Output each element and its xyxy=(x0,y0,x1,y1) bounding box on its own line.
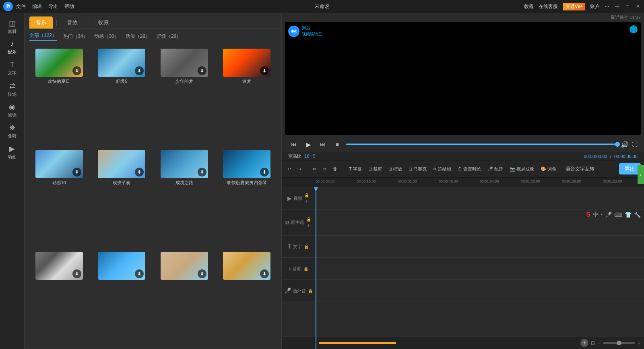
download-icon[interactable]: ⬇ xyxy=(135,168,144,177)
mask-button[interactable]: ⊟ 马赛克 xyxy=(406,164,429,174)
pen-button[interactable]: ✏ xyxy=(310,165,319,173)
maximize-button[interactable]: □ xyxy=(625,4,630,9)
account-link[interactable]: 账户 xyxy=(590,3,600,10)
sidebar-item-filter[interactable]: ◉ 滤镜 xyxy=(2,101,23,120)
track-lock-icon[interactable]: 🔒 xyxy=(308,288,313,294)
track-content-video[interactable] xyxy=(316,187,644,209)
add-track-button[interactable]: + xyxy=(580,339,588,347)
zoom-in-button[interactable]: + xyxy=(638,340,641,346)
right-arrow-tab[interactable]: › xyxy=(638,165,644,184)
list-item[interactable]: ⬇ 动感10 xyxy=(28,148,91,250)
track-lock-icon[interactable]: 🔒 xyxy=(303,244,309,249)
play-button[interactable]: ▶ xyxy=(303,139,314,150)
list-item[interactable]: ⬇ 欢快的夏日 xyxy=(28,47,91,148)
minimize-button[interactable]: — xyxy=(614,4,620,9)
support-link[interactable]: 在线客服 xyxy=(539,3,558,10)
tab-music[interactable]: 音乐 xyxy=(29,16,53,29)
filter-all[interactable]: 全部（122） xyxy=(29,32,57,41)
sogou-settings-icon[interactable]: 👕 xyxy=(625,211,632,218)
sidebar-item-media[interactable]: ◫ 素材 xyxy=(2,17,23,36)
tab-favorites[interactable]: 收藏 xyxy=(92,16,115,29)
cut-button[interactable]: ✂ xyxy=(320,165,329,173)
screenshot-button[interactable]: 📷 截屏成像 xyxy=(507,164,537,174)
filter-relaxed[interactable]: 舒缓（29） xyxy=(157,33,181,40)
track-content-pip[interactable]: S 中 • 🎤 ⌨ 👕 🔧 xyxy=(316,209,644,235)
horizontal-scrollbar[interactable] xyxy=(319,341,577,345)
more-icon[interactable]: ⋯ xyxy=(605,4,609,9)
track-content-text[interactable] xyxy=(316,236,644,257)
download-icon[interactable]: ⬇ xyxy=(198,269,206,278)
download-icon[interactable]: ⬇ xyxy=(72,269,81,278)
sidebar-item-animation[interactable]: ▶ 动画 xyxy=(2,142,23,162)
prev-frame-button[interactable]: ⏮ xyxy=(288,139,299,150)
list-item[interactable]: ⬇ xyxy=(28,250,91,345)
speech-button[interactable]: 语音文字互转 xyxy=(566,166,594,172)
close-button[interactable]: ✕ xyxy=(635,4,641,9)
tab-effects[interactable]: 音效 xyxy=(61,16,84,29)
stop-button[interactable]: ■ xyxy=(332,139,343,150)
sogou-icon2[interactable]: • xyxy=(601,212,603,218)
track-content-voiceover[interactable] xyxy=(316,280,644,302)
zoom-slider[interactable] xyxy=(603,342,635,344)
dub-button[interactable]: 🎤 配音 xyxy=(485,164,506,174)
download-icon[interactable]: ⬇ xyxy=(198,168,206,177)
sogou-keyboard-icon[interactable]: ⌨ xyxy=(614,211,622,218)
filter-hot[interactable]: 热门（34） xyxy=(63,33,88,40)
zoom-button[interactable]: ⊞ 缩放 xyxy=(386,164,405,174)
download-icon[interactable]: ⬇ xyxy=(260,269,269,278)
list-item[interactable]: ⬇ 追梦 xyxy=(216,47,279,148)
sogou-mic-icon[interactable]: 🎤 xyxy=(605,211,612,218)
fullscreen-button[interactable]: ⛶ xyxy=(632,141,638,148)
filter-dynamic[interactable]: 动感（30） xyxy=(94,33,119,40)
list-item[interactable]: ⬇ 成功之路 xyxy=(153,148,216,250)
duration-button[interactable]: ⏱ 设置时长 xyxy=(455,164,483,174)
menu-edit[interactable]: 编辑 xyxy=(32,3,42,10)
sidebar-item-transition[interactable]: ⇄ 转场 xyxy=(2,80,23,99)
download-icon[interactable]: ⬇ xyxy=(135,269,144,278)
undo-button[interactable]: ↩ xyxy=(285,165,293,173)
list-item[interactable]: ⬇ xyxy=(153,250,216,345)
list-item[interactable]: ⬇ 舒缓5 xyxy=(91,47,153,148)
download-icon[interactable]: ⬇ xyxy=(260,168,269,177)
menu-help[interactable]: 帮助 xyxy=(64,3,74,10)
download-icon[interactable]: ⬇ xyxy=(135,66,144,75)
freeze-button[interactable]: ❄ 冻结帧 xyxy=(431,164,454,174)
volume-button[interactable]: 🔊 xyxy=(621,141,629,148)
track-lock-icon[interactable]: 🔒 xyxy=(306,216,312,222)
menu-export[interactable]: 导出 xyxy=(48,3,58,10)
download-icon[interactable]: ⬇ xyxy=(72,168,81,177)
sidebar-item-music[interactable]: ♪ 配乐 xyxy=(2,38,23,57)
fit-button[interactable]: ⊟ xyxy=(591,340,595,346)
track-eye-icon[interactable]: 👁 xyxy=(306,223,312,228)
list-item[interactable]: ⬇ 少年的梦 xyxy=(153,47,216,148)
settings-icon[interactable] xyxy=(630,25,638,33)
track-lock-icon[interactable]: 🔒 xyxy=(303,266,309,271)
crop-button[interactable]: ⊡ 裁剪 xyxy=(366,164,384,174)
list-item[interactable]: ⬇ xyxy=(216,250,279,345)
track-eye-icon[interactable]: 👁 xyxy=(304,199,310,204)
zoom-out-button[interactable]: − xyxy=(597,340,601,346)
sidebar-item-text[interactable]: T 文字 xyxy=(2,59,23,78)
progress-bar[interactable] xyxy=(346,144,617,145)
download-icon[interactable]: ⬇ xyxy=(260,66,269,75)
redo-button[interactable]: ↪ xyxy=(295,165,303,173)
color-button[interactable]: 🎨 调色 xyxy=(538,164,559,174)
next-frame-button[interactable]: ⏭ xyxy=(317,139,328,150)
track-content-audio[interactable] xyxy=(316,258,644,279)
sidebar-item-sticker[interactable]: ❋ 叠附 xyxy=(2,121,23,141)
track-lock-icon[interactable]: 🔒 xyxy=(304,192,310,198)
list-item[interactable]: ⬇ xyxy=(91,250,153,345)
list-item[interactable]: ⬇ 欢快节奏 xyxy=(91,148,153,250)
filter-lively[interactable]: 活泼（29） xyxy=(126,33,150,40)
delete-button[interactable]: 🗑 xyxy=(330,165,340,173)
download-icon[interactable]: ⬇ xyxy=(198,66,206,75)
text-button[interactable]: T 字幕 xyxy=(347,164,364,174)
menu-file[interactable]: 文件 xyxy=(16,3,26,10)
vip-button[interactable]: 开通VIP xyxy=(563,3,585,10)
sogou-icon1[interactable]: 中 xyxy=(593,211,599,218)
sidebar-label-sticker: 叠附 xyxy=(8,133,17,139)
tutorial-link[interactable]: 教程 xyxy=(524,3,534,10)
list-item[interactable]: ⬇ 欢快版夏威夷四弦琴 xyxy=(216,148,279,250)
sogou-tools-icon[interactable]: 🔧 xyxy=(634,211,641,218)
download-icon[interactable]: ⬇ xyxy=(72,66,81,75)
